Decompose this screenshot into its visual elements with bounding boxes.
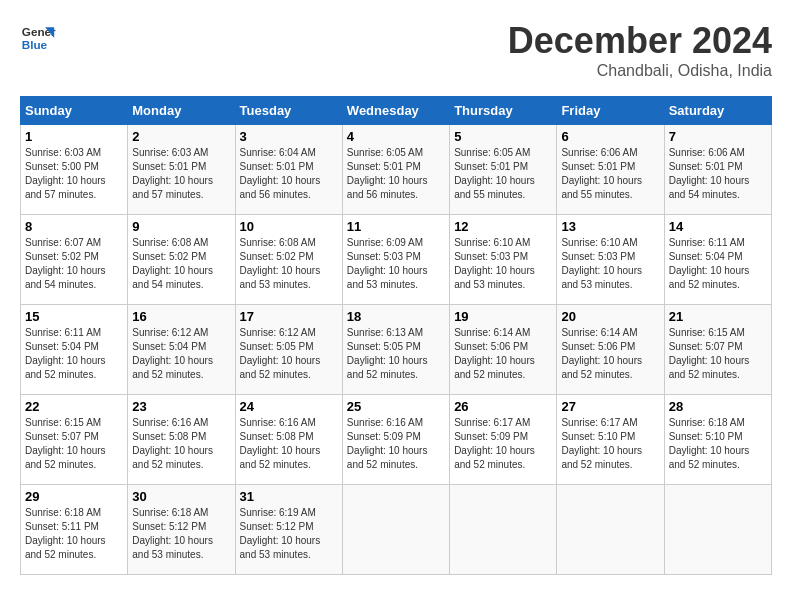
day-header-friday: Friday [557,97,664,125]
day-info: Sunrise: 6:15 AM Sunset: 5:07 PM Dayligh… [669,326,767,382]
day-number: 3 [240,129,338,144]
day-info: Sunrise: 6:18 AM Sunset: 5:10 PM Dayligh… [669,416,767,472]
calendar-cell: 12Sunrise: 6:10 AM Sunset: 5:03 PM Dayli… [450,215,557,305]
calendar-cell: 20Sunrise: 6:14 AM Sunset: 5:06 PM Dayli… [557,305,664,395]
calendar-cell: 28Sunrise: 6:18 AM Sunset: 5:10 PM Dayli… [664,395,771,485]
day-number: 12 [454,219,552,234]
calendar-cell: 29Sunrise: 6:18 AM Sunset: 5:11 PM Dayli… [21,485,128,575]
day-number: 27 [561,399,659,414]
logo-icon: General Blue [20,20,56,56]
day-info: Sunrise: 6:16 AM Sunset: 5:09 PM Dayligh… [347,416,445,472]
day-info: Sunrise: 6:03 AM Sunset: 5:01 PM Dayligh… [132,146,230,202]
day-number: 20 [561,309,659,324]
calendar-cell: 30Sunrise: 6:18 AM Sunset: 5:12 PM Dayli… [128,485,235,575]
day-info: Sunrise: 6:16 AM Sunset: 5:08 PM Dayligh… [240,416,338,472]
calendar-cell: 14Sunrise: 6:11 AM Sunset: 5:04 PM Dayli… [664,215,771,305]
day-info: Sunrise: 6:05 AM Sunset: 5:01 PM Dayligh… [347,146,445,202]
calendar-table: SundayMondayTuesdayWednesdayThursdayFrid… [20,96,772,575]
calendar-week-row: 8Sunrise: 6:07 AM Sunset: 5:02 PM Daylig… [21,215,772,305]
day-header-sunday: Sunday [21,97,128,125]
day-info: Sunrise: 6:16 AM Sunset: 5:08 PM Dayligh… [132,416,230,472]
calendar-cell: 23Sunrise: 6:16 AM Sunset: 5:08 PM Dayli… [128,395,235,485]
day-info: Sunrise: 6:11 AM Sunset: 5:04 PM Dayligh… [25,326,123,382]
day-info: Sunrise: 6:04 AM Sunset: 5:01 PM Dayligh… [240,146,338,202]
day-number: 18 [347,309,445,324]
day-number: 5 [454,129,552,144]
day-number: 31 [240,489,338,504]
day-number: 24 [240,399,338,414]
calendar-cell: 25Sunrise: 6:16 AM Sunset: 5:09 PM Dayli… [342,395,449,485]
day-number: 17 [240,309,338,324]
calendar-cell [450,485,557,575]
calendar-cell: 17Sunrise: 6:12 AM Sunset: 5:05 PM Dayli… [235,305,342,395]
calendar-cell: 22Sunrise: 6:15 AM Sunset: 5:07 PM Dayli… [21,395,128,485]
day-info: Sunrise: 6:11 AM Sunset: 5:04 PM Dayligh… [669,236,767,292]
calendar-cell [664,485,771,575]
day-number: 14 [669,219,767,234]
day-info: Sunrise: 6:18 AM Sunset: 5:12 PM Dayligh… [132,506,230,562]
day-number: 6 [561,129,659,144]
calendar-cell: 26Sunrise: 6:17 AM Sunset: 5:09 PM Dayli… [450,395,557,485]
calendar-cell: 15Sunrise: 6:11 AM Sunset: 5:04 PM Dayli… [21,305,128,395]
day-info: Sunrise: 6:06 AM Sunset: 5:01 PM Dayligh… [669,146,767,202]
day-number: 30 [132,489,230,504]
calendar-cell: 19Sunrise: 6:14 AM Sunset: 5:06 PM Dayli… [450,305,557,395]
day-number: 25 [347,399,445,414]
day-info: Sunrise: 6:09 AM Sunset: 5:03 PM Dayligh… [347,236,445,292]
location: Chandbali, Odisha, India [508,62,772,80]
day-number: 7 [669,129,767,144]
day-info: Sunrise: 6:06 AM Sunset: 5:01 PM Dayligh… [561,146,659,202]
calendar-cell: 31Sunrise: 6:19 AM Sunset: 5:12 PM Dayli… [235,485,342,575]
title-block: December 2024 Chandbali, Odisha, India [508,20,772,80]
day-number: 21 [669,309,767,324]
calendar-cell: 10Sunrise: 6:08 AM Sunset: 5:02 PM Dayli… [235,215,342,305]
day-number: 13 [561,219,659,234]
day-info: Sunrise: 6:13 AM Sunset: 5:05 PM Dayligh… [347,326,445,382]
day-number: 19 [454,309,552,324]
day-number: 22 [25,399,123,414]
day-header-tuesday: Tuesday [235,97,342,125]
day-number: 4 [347,129,445,144]
day-number: 26 [454,399,552,414]
day-info: Sunrise: 6:19 AM Sunset: 5:12 PM Dayligh… [240,506,338,562]
day-header-monday: Monday [128,97,235,125]
day-info: Sunrise: 6:12 AM Sunset: 5:04 PM Dayligh… [132,326,230,382]
calendar-cell: 11Sunrise: 6:09 AM Sunset: 5:03 PM Dayli… [342,215,449,305]
day-info: Sunrise: 6:12 AM Sunset: 5:05 PM Dayligh… [240,326,338,382]
day-number: 16 [132,309,230,324]
day-info: Sunrise: 6:14 AM Sunset: 5:06 PM Dayligh… [561,326,659,382]
day-info: Sunrise: 6:03 AM Sunset: 5:00 PM Dayligh… [25,146,123,202]
calendar-cell: 5Sunrise: 6:05 AM Sunset: 5:01 PM Daylig… [450,125,557,215]
day-number: 8 [25,219,123,234]
calendar-cell: 3Sunrise: 6:04 AM Sunset: 5:01 PM Daylig… [235,125,342,215]
calendar-cell [342,485,449,575]
calendar-week-row: 22Sunrise: 6:15 AM Sunset: 5:07 PM Dayli… [21,395,772,485]
day-number: 2 [132,129,230,144]
calendar-cell [557,485,664,575]
day-number: 9 [132,219,230,234]
calendar-cell: 8Sunrise: 6:07 AM Sunset: 5:02 PM Daylig… [21,215,128,305]
day-info: Sunrise: 6:17 AM Sunset: 5:09 PM Dayligh… [454,416,552,472]
day-info: Sunrise: 6:10 AM Sunset: 5:03 PM Dayligh… [454,236,552,292]
day-number: 29 [25,489,123,504]
day-info: Sunrise: 6:10 AM Sunset: 5:03 PM Dayligh… [561,236,659,292]
calendar-cell: 7Sunrise: 6:06 AM Sunset: 5:01 PM Daylig… [664,125,771,215]
calendar-week-row: 15Sunrise: 6:11 AM Sunset: 5:04 PM Dayli… [21,305,772,395]
page-header: General Blue December 2024 Chandbali, Od… [20,20,772,80]
day-header-wednesday: Wednesday [342,97,449,125]
calendar-cell: 4Sunrise: 6:05 AM Sunset: 5:01 PM Daylig… [342,125,449,215]
day-info: Sunrise: 6:05 AM Sunset: 5:01 PM Dayligh… [454,146,552,202]
day-number: 1 [25,129,123,144]
calendar-cell: 27Sunrise: 6:17 AM Sunset: 5:10 PM Dayli… [557,395,664,485]
calendar-header-row: SundayMondayTuesdayWednesdayThursdayFrid… [21,97,772,125]
calendar-cell: 13Sunrise: 6:10 AM Sunset: 5:03 PM Dayli… [557,215,664,305]
day-header-thursday: Thursday [450,97,557,125]
day-info: Sunrise: 6:15 AM Sunset: 5:07 PM Dayligh… [25,416,123,472]
day-number: 10 [240,219,338,234]
svg-text:Blue: Blue [22,38,48,51]
day-header-saturday: Saturday [664,97,771,125]
calendar-cell: 9Sunrise: 6:08 AM Sunset: 5:02 PM Daylig… [128,215,235,305]
calendar-cell: 24Sunrise: 6:16 AM Sunset: 5:08 PM Dayli… [235,395,342,485]
day-number: 23 [132,399,230,414]
day-number: 28 [669,399,767,414]
